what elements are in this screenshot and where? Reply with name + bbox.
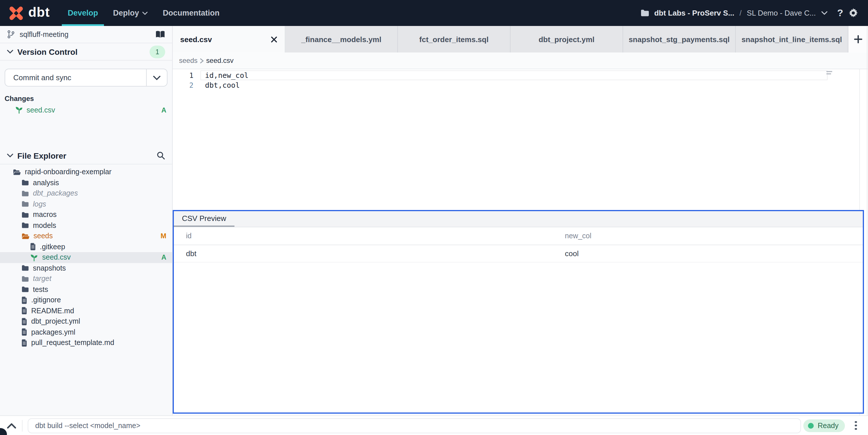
file-explorer-header[interactable]: File Explorer [0,147,172,164]
tab-seed-csv[interactable]: seed.csv [173,26,285,53]
changed-file-row[interactable]: seed.csvA [0,104,172,115]
tree-item-macros[interactable]: macros [0,209,172,220]
tree-item-seeds[interactable]: seedsM [0,231,172,241]
column-header: new_col [553,232,863,240]
sidebar: sqlfluff-meeting Version Control 1 Commi… [0,26,173,415]
tab-dbt-project-yml[interactable]: dbt_project.yml [510,26,623,53]
tree-item-dbt-packages[interactable]: dbt_packages [0,188,172,199]
project-name[interactable]: SL Demo - Dave C... [747,9,816,17]
dbt-logo[interactable]: dbt [0,0,60,26]
tree-item-models[interactable]: models [0,220,172,231]
ready-dot-icon [808,423,814,428]
tab-label: fct_order_items.sql [419,35,489,43]
commit-button-label[interactable]: Commit and sync [5,69,146,86]
new-tab-icon[interactable] [848,26,868,53]
tab--finance-models-yml[interactable]: _finance__models.yml [285,26,398,53]
version-control-header[interactable]: Version Control 1 [0,43,172,61]
folder-icon [21,287,29,293]
editor-lines: 1id,new_col2dbt,cool [173,69,868,90]
tree-item-label: models [33,222,166,230]
chevron-down-icon [142,11,148,15]
git-status-badge: A [161,106,166,114]
tree-item-label: dbt_packages [33,190,166,198]
close-tab-icon[interactable] [271,36,277,42]
tree-item-label: .gitignore [31,296,166,304]
breadcrumb-item[interactable]: seed.csv [206,57,234,65]
git-status-badge: M [160,232,166,240]
breadcrumb-item[interactable]: seeds [179,57,197,65]
folder-icon [21,212,29,218]
account-separator: / [740,9,742,17]
seedling-icon [30,254,38,261]
tree-item--gitkeep[interactable]: .gitkeep [0,241,172,252]
tree-item-label: macros [33,211,166,219]
help-icon[interactable]: ? [837,7,843,19]
folder-icon [21,180,29,186]
chevron-up-icon[interactable] [7,423,16,428]
changes-count-badge: 1 [150,45,165,58]
file-tree: rapid-onboarding-exemplaranalysisdbt_pac… [0,164,172,348]
account-name[interactable]: dbt Labs - ProServ S... [654,9,734,17]
tree-item-target[interactable]: target [0,273,172,284]
tree-item-label: seed.csv [42,254,157,262]
folder-icon [21,276,29,282]
brand-text: dbt [28,5,50,21]
tree-item-pull-request-template-md[interactable]: pull_request_template.md [0,337,172,348]
tree-item-seed-csv[interactable]: seed.csvA [0,252,172,263]
tree-item-label: dbt_project.yml [31,317,166,326]
chevron-down-icon [7,154,13,158]
nav-label: Documentation [163,9,220,17]
search-icon[interactable] [156,151,165,160]
kebab-menu-icon[interactable] [848,421,863,430]
command-bar: Ready [0,415,868,435]
editor-line[interactable]: 2dbt,cool [173,80,868,90]
nav-develop[interactable]: Develop [60,0,106,26]
divider [22,420,23,431]
window-scrollbar-track [867,26,867,415]
commit-and-sync-button: Commit and sync [5,69,167,87]
chevron-down-icon[interactable] [821,11,827,15]
tab-snapshot-int-line-items-sql[interactable]: snapshot_int_line_items.sql [736,26,848,53]
tree-item-label: tests [33,286,166,294]
changed-file-name: seed.csv [27,106,158,114]
tree-item--gitignore[interactable]: .gitignore [0,295,172,305]
tree-item-dbt-project-yml[interactable]: dbt_project.yml [0,316,172,327]
gear-icon[interactable] [848,8,858,18]
status-text: Ready [818,422,839,430]
tree-item-tests[interactable]: tests [0,284,172,295]
nav-documentation[interactable]: Documentation [155,0,227,26]
tab-csv-preview[interactable]: CSV Preview [174,211,234,227]
editor-line[interactable]: 1id,new_col [173,70,868,80]
line-text: id,new_col [205,71,249,79]
dbt-command-input[interactable] [28,418,801,433]
table-cell: cool [553,249,863,258]
git-branch-row[interactable]: sqlfluff-meeting [0,26,172,43]
file-icon [30,243,36,251]
tree-item-label: target [33,275,166,283]
tree-item-label: seeds [33,232,156,240]
file-icon [21,297,27,304]
tree-item-snapshots[interactable]: snapshots [0,263,172,273]
changes-section-label: Changes [5,95,172,103]
tree-item-readme-md[interactable]: README.md [0,305,172,316]
tree-item-label: packages.yml [31,328,166,336]
tab-snapshot-stg-payments-sql[interactable]: snapshot_stg_payments.sql [623,26,736,53]
docs-book-icon[interactable] [155,30,165,38]
tree-item-rapid-onboarding-exemplar[interactable]: rapid-onboarding-exemplar [0,167,172,177]
line-number: 1 [173,71,198,79]
tree-item-logs[interactable]: logs [0,199,172,209]
tab-fct-order-items-sql[interactable]: fct_order_items.sql [398,26,510,53]
commit-options-dropdown[interactable] [146,69,167,86]
tree-item-analysis[interactable]: analysis [0,177,172,188]
tab-label: dbt_project.yml [538,35,594,43]
folder-icon [21,223,29,229]
minimap [827,71,832,75]
topbar-right: dbt Labs - ProServ S... / SL Demo - Dave… [641,0,868,26]
file-icon [21,318,27,325]
nav-deploy[interactable]: Deploy [106,0,155,26]
tree-item-label: rapid-onboarding-exemplar [25,168,166,176]
tree-item-packages-yml[interactable]: packages.yml [0,327,172,337]
dbt-ide-window: dbt DevelopDeployDocumentation dbt Labs … [0,0,868,435]
file-explorer-title: File Explorer [17,151,152,160]
git-status-badge: A [161,254,166,262]
